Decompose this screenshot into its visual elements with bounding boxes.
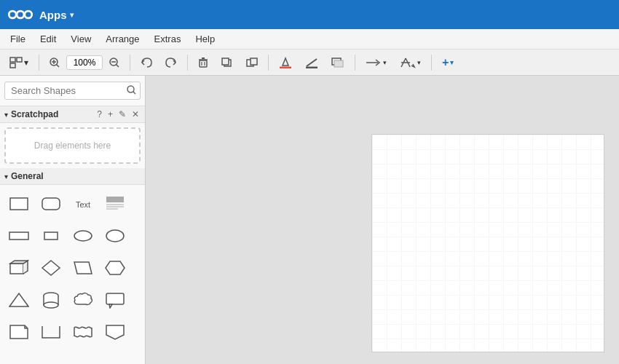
- add-btn[interactable]: + ▾: [437, 53, 459, 72]
- line-color-btn[interactable]: [300, 54, 323, 71]
- undo-btn[interactable]: [135, 55, 157, 71]
- menu-help[interactable]: Help: [188, 31, 222, 47]
- waypoint-chevron: ▾: [417, 59, 421, 66]
- svg-point-43: [106, 230, 124, 242]
- scratchpad-header: Scratchpad ? + ✎ ✕: [0, 106, 145, 123]
- zoom-value[interactable]: 100%: [66, 55, 103, 70]
- svg-rect-34: [42, 198, 60, 210]
- zoom-control: 100%: [44, 55, 125, 71]
- shape-cylinder[interactable]: [36, 287, 66, 313]
- toolbar: ▾ 100%: [0, 50, 619, 76]
- separator-3: [187, 55, 188, 71]
- scratchpad-add-btn[interactable]: +: [106, 109, 114, 119]
- delete-btn[interactable]: [193, 55, 213, 71]
- canvas-area[interactable]: [146, 76, 619, 364]
- apps-menu[interactable]: Apps ▾: [39, 9, 74, 21]
- svg-rect-6: [10, 58, 15, 62]
- svg-text:Text: Text: [76, 200, 90, 209]
- shape-small-rect[interactable]: [36, 223, 66, 249]
- connector-icon: [366, 57, 382, 68]
- svg-line-14: [117, 64, 119, 67]
- shadow-icon: [331, 57, 344, 68]
- menu-arrange[interactable]: Arrange: [98, 31, 146, 47]
- redo-btn[interactable]: [160, 55, 182, 71]
- topbar: Apps ▾: [0, 0, 619, 29]
- menu-extras[interactable]: Extras: [147, 31, 189, 47]
- shapes-grid-row5: [3, 316, 142, 348]
- shapes-grid-row2: [3, 220, 142, 252]
- svg-point-4: [17, 12, 23, 17]
- duplicate-btn[interactable]: [216, 55, 238, 71]
- search-container: [0, 76, 145, 106]
- shape-wavy[interactable]: [68, 319, 98, 345]
- view-toggle-btn[interactable]: ▾: [4, 54, 33, 71]
- line-color-icon: [305, 57, 318, 68]
- general-header: General: [0, 168, 145, 185]
- shape-stadium[interactable]: [68, 223, 98, 249]
- drawing-canvas[interactable]: [371, 134, 604, 352]
- search-icon: [127, 85, 136, 95]
- main-layout: Scratchpad ? + ✎ ✕ Drag elements here Ge…: [0, 76, 619, 364]
- search-icon-btn[interactable]: [127, 85, 136, 97]
- menu-view[interactable]: View: [63, 31, 98, 47]
- chevron-down-icon: ▾: [24, 58, 28, 68]
- svg-marker-46: [74, 262, 92, 274]
- shapes-grid-row4: [3, 284, 142, 316]
- scratchpad-close-btn[interactable]: ✕: [130, 109, 141, 119]
- zoom-in-btn[interactable]: [44, 55, 65, 71]
- svg-rect-44: [10, 264, 23, 274]
- shape-3d-rect[interactable]: [4, 255, 33, 281]
- plus-icon: +: [442, 56, 449, 69]
- connector-btn[interactable]: ▾: [360, 54, 392, 71]
- scratchpad-help-btn[interactable]: ?: [95, 109, 103, 119]
- shape-ellipse[interactable]: [100, 223, 130, 249]
- svg-rect-40: [9, 232, 28, 240]
- menu-file[interactable]: File: [3, 31, 33, 47]
- fill-color-btn[interactable]: [274, 54, 297, 71]
- svg-point-5: [25, 12, 31, 17]
- svg-line-10: [57, 64, 60, 67]
- shape-rect[interactable]: [4, 191, 33, 217]
- svg-point-3: [10, 12, 15, 17]
- scratchpad-edit-btn[interactable]: ✎: [117, 109, 127, 119]
- shadow-btn[interactable]: [326, 54, 350, 71]
- svg-marker-48: [9, 293, 28, 306]
- menu-edit[interactable]: Edit: [33, 31, 63, 47]
- shape-triangle[interactable]: [4, 287, 33, 313]
- shape-folded-rect[interactable]: [4, 319, 33, 345]
- shape-heading[interactable]: [100, 191, 130, 217]
- shape-open-rect[interactable]: [36, 319, 66, 345]
- general-toggle[interactable]: [4, 171, 8, 181]
- nextcloud-logo: [7, 6, 33, 23]
- search-wrapper: [4, 82, 141, 100]
- shape-wide-rect[interactable]: [4, 223, 33, 249]
- scratchpad-toggle[interactable]: [4, 109, 8, 119]
- shape-pentagon-down[interactable]: [100, 319, 130, 345]
- svg-rect-29: [334, 60, 343, 67]
- general-section: General Text: [0, 168, 145, 351]
- zoom-out-icon: [109, 58, 119, 68]
- svg-rect-22: [222, 58, 229, 65]
- svg-rect-8: [10, 63, 15, 68]
- shape-hexagon[interactable]: [100, 255, 130, 281]
- shape-cloud[interactable]: [68, 287, 98, 313]
- grid-svg: [372, 135, 604, 352]
- shape-text[interactable]: Text: [68, 191, 98, 217]
- scratchpad-title: Scratchpad: [11, 109, 92, 119]
- shape-rounded-rect[interactable]: [36, 191, 66, 217]
- duplicate2-btn[interactable]: [241, 55, 263, 71]
- shape-callout[interactable]: [100, 287, 130, 313]
- shapes-grid-row1: Text: [3, 188, 142, 220]
- waypoint-btn[interactable]: ▾: [395, 54, 426, 71]
- zoom-out-btn[interactable]: [104, 55, 125, 71]
- separator-4: [268, 55, 269, 71]
- menubar: File Edit View Arrange Extras Help: [0, 29, 619, 50]
- zoom-in-icon: [50, 58, 60, 68]
- svg-rect-16: [200, 60, 207, 67]
- add-chevron: ▾: [450, 59, 454, 66]
- svg-rect-33: [10, 198, 28, 210]
- shape-diamond[interactable]: [36, 255, 66, 281]
- shape-parallelogram[interactable]: [68, 255, 98, 281]
- search-input[interactable]: [4, 82, 141, 100]
- duplicate-icon: [221, 58, 233, 68]
